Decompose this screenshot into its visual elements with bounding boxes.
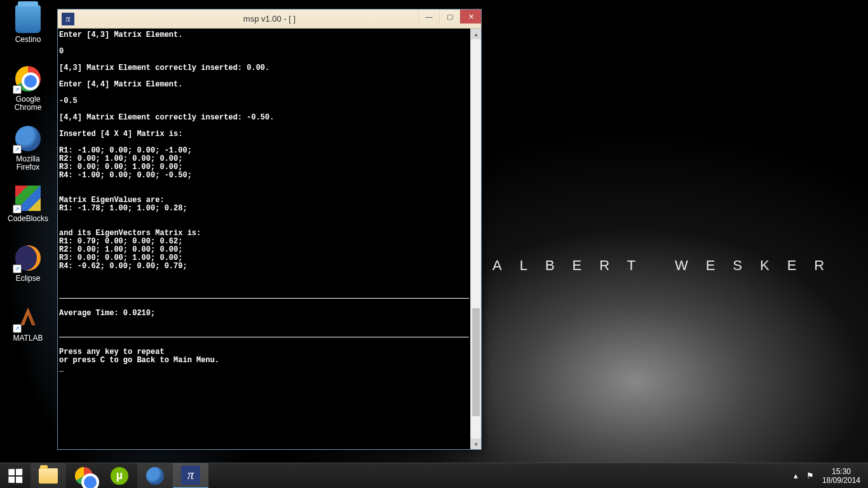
desktop-icon-column: Cestino ↗ Google Chrome ↗ Mozilla Firefo… bbox=[4, 4, 52, 362]
terminal-line: R2: 0.00; 1.00; 0.00; 0.00; bbox=[59, 154, 182, 163]
terminal-cursor: _ bbox=[59, 364, 64, 373]
shortcut-arrow-icon: ↗ bbox=[13, 145, 22, 154]
file-explorer-icon bbox=[39, 468, 58, 484]
clock-date: 18/09/2014 bbox=[822, 476, 860, 485]
action-center-icon[interactable]: ⚑ bbox=[803, 463, 817, 489]
app-pi-icon: π bbox=[181, 466, 200, 485]
maximize-button[interactable]: ▢ bbox=[439, 10, 460, 24]
tray-overflow-icon[interactable]: ▴ bbox=[789, 463, 803, 489]
taskbar-clock[interactable]: 15:30 18/09/2014 bbox=[817, 467, 865, 485]
divider-line bbox=[59, 337, 469, 337]
terminal-output[interactable]: Enter [4,3] Matrix Element. 0 [4,3] Matr… bbox=[58, 29, 470, 449]
taskbar-item-chrome[interactable] bbox=[66, 463, 102, 489]
terminal-area: Enter [4,3] Matrix Element. 0 [4,3] Matr… bbox=[58, 29, 481, 449]
chrome-icon bbox=[75, 467, 93, 485]
system-tray: ▴ ⚑ 15:30 18/09/2014 bbox=[789, 463, 868, 488]
terminal-line: -0.5 bbox=[59, 97, 78, 105]
close-button[interactable]: ✕ bbox=[460, 10, 481, 24]
start-button[interactable] bbox=[0, 463, 31, 489]
utorrent-icon: µ bbox=[111, 467, 128, 485]
scrollbar-thumb[interactable] bbox=[472, 308, 480, 416]
terminal-line: Matrix EigenValues are: bbox=[59, 196, 165, 205]
vertical-scrollbar[interactable]: ▴ ▾ bbox=[470, 29, 481, 449]
terminal-line: or press C to go Back to Main Menu. bbox=[59, 356, 219, 365]
shortcut-arrow-icon: ↗ bbox=[13, 264, 22, 273]
terminal-line: R1: -1.78; 1.00; 1.00; 0.28; bbox=[59, 204, 187, 213]
shortcut-arrow-icon: ↗ bbox=[13, 205, 22, 214]
terminal-line: Inserted [4 X 4] Matrix is: bbox=[59, 130, 182, 139]
desktop-icon-label: CodeBlocks bbox=[8, 215, 48, 223]
titlebar[interactable]: π msp v1.00 - [ ] — ▢ ✕ bbox=[58, 10, 481, 29]
desktop-icon-label: Google Chrome bbox=[4, 95, 52, 112]
terminal-line: [4,3] Matrix Element correctly inserted:… bbox=[59, 64, 269, 72]
window-controls: — ▢ ✕ bbox=[418, 10, 481, 24]
taskbar-item-explorer[interactable] bbox=[31, 463, 66, 489]
terminal-line: Press any key to repeat bbox=[59, 348, 165, 356]
terminal-line: [4,4] Matrix Element correctly inserted:… bbox=[59, 113, 274, 122]
divider-line bbox=[59, 298, 469, 299]
desktop-icon-firefox[interactable]: ↗ Mozilla Firefox bbox=[4, 123, 52, 178]
terminal-line: R4: -0.62; 0.00; 0.00; 0.79; bbox=[59, 262, 187, 271]
taskbar-item-firefox[interactable] bbox=[137, 463, 173, 489]
window-title: msp v1.00 - [ ] bbox=[243, 14, 295, 24]
terminal-line: 0 bbox=[59, 47, 64, 56]
desktop-icon-label: Cestino bbox=[15, 36, 41, 44]
terminal-line: Average Time: 0.0210; bbox=[59, 309, 155, 318]
scroll-down-arrow-icon[interactable]: ▾ bbox=[471, 438, 481, 449]
terminal-line: Enter [4,4] Matrix Element. bbox=[59, 80, 182, 89]
terminal-line: and its EigenVectors Matrix is: bbox=[59, 229, 201, 238]
wallpaper-caption: ALBERT WESKER bbox=[492, 257, 842, 274]
desktop-icon-matlab[interactable]: ↗ MATLAB bbox=[4, 302, 52, 357]
taskbar: µ π ▴ ⚑ 15:30 18/09/2014 bbox=[0, 463, 868, 488]
app-window: π msp v1.00 - [ ] — ▢ ✕ Enter [4,3] Matr… bbox=[57, 9, 482, 450]
terminal-line: R1: 0.79; 0.00; 0.00; 0.62; bbox=[59, 237, 182, 246]
taskbar-item-utorrent[interactable]: µ bbox=[102, 463, 137, 489]
terminal-line: R3: 0.00; 0.00; 1.00; 0.00; bbox=[59, 163, 182, 172]
desktop-icon-chrome[interactable]: ↗ Google Chrome bbox=[4, 64, 52, 118]
desktop-icon-label: Eclipse bbox=[16, 274, 41, 283]
terminal-line: R1: -1.00; 0.00; 0.00; -1.00; bbox=[59, 146, 192, 155]
terminal-line: R3: 0.00; 0.00; 1.00; 0.00; bbox=[59, 254, 182, 262]
windows-logo-icon bbox=[8, 468, 22, 483]
terminal-line: R2: 0.00; 1.00; 0.00; 0.00; bbox=[59, 245, 182, 254]
scroll-up-arrow-icon[interactable]: ▴ bbox=[471, 29, 481, 39]
clock-time: 15:30 bbox=[822, 467, 860, 476]
minimize-button[interactable]: — bbox=[418, 10, 439, 24]
firefox-icon bbox=[146, 467, 164, 485]
desktop-icon-recycle-bin[interactable]: Cestino bbox=[4, 4, 52, 58]
terminal-line: R4: -1.00; 0.00; 0.00; -0.50; bbox=[59, 171, 192, 180]
shortcut-arrow-icon: ↗ bbox=[13, 85, 22, 94]
recycle-bin-icon bbox=[15, 5, 41, 33]
desktop-icon-codeblocks[interactable]: ↗ CodeBlocks bbox=[4, 183, 52, 238]
taskbar-item-msp[interactable]: π bbox=[173, 463, 208, 489]
app-pi-icon: π bbox=[62, 13, 74, 25]
desktop-icon-eclipse[interactable]: ↗ Eclipse bbox=[4, 243, 52, 297]
desktop-icon-label: Mozilla Firefox bbox=[4, 155, 52, 172]
terminal-line: Enter [4,3] Matrix Element. bbox=[59, 30, 182, 39]
desktop-icon-label: MATLAB bbox=[13, 334, 43, 342]
shortcut-arrow-icon: ↗ bbox=[13, 324, 22, 333]
